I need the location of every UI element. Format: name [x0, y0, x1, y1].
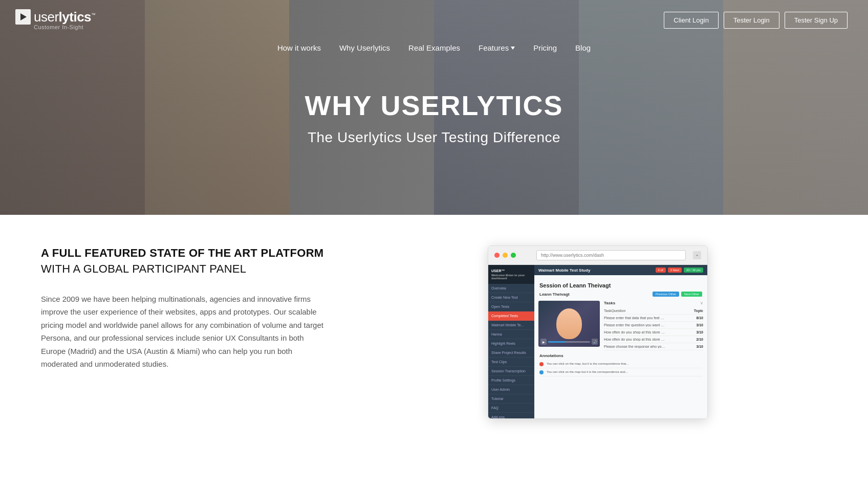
nav-why-userlytics[interactable]: Why Userlytics — [339, 43, 390, 52]
nav-how-it-works[interactable]: How it works — [277, 43, 321, 52]
sidebar-item-create-test[interactable]: Create New Test — [488, 293, 534, 302]
badge-red2: 2 Next — [668, 268, 682, 273]
sidebar-item-test-clips[interactable]: Test Clips — [488, 358, 534, 367]
table-row: Please enter the question you want to as… — [604, 322, 703, 329]
list-item: You can click on the map, but it is the … — [539, 360, 702, 368]
sidebar-item-user-admin[interactable]: User Admin — [488, 385, 534, 394]
session-meta: Leann Theivagt Previous Other Next Other — [538, 292, 703, 297]
nav-links: How it works Why Userlytics Real Example… — [277, 43, 591, 52]
browser-close-icon — [494, 253, 500, 258]
prev-button[interactable]: Previous Other — [653, 292, 679, 297]
study-badges: 4 of 2 Next 20 / 30 pts — [656, 268, 703, 273]
app-main-content: Session of Leann Theivagt Leann Theivagt… — [534, 278, 707, 418]
session-body: ▶ 🔊 Tasks — [538, 301, 703, 350]
sidebar-item-walmart[interactable]: Walmart Mobile Te... — [488, 321, 534, 330]
nav-area: How it works Why Userlytics Real Example… — [0, 0, 868, 52]
hero-subtitle: The Userlytics User Testing Difference — [305, 129, 563, 146]
table-row: TaskQuestion Topic — [604, 307, 703, 315]
annotation-dot-icon — [539, 370, 544, 374]
table-row: Please choose the response who you thoug… — [604, 343, 703, 350]
sidebar-item-open-tests[interactable]: Open Tests — [488, 302, 534, 311]
annotation-dot-icon — [539, 362, 544, 366]
table-row: Please enter that data that you feel you… — [604, 315, 703, 322]
volume-icon[interactable]: 🔊 — [592, 339, 598, 345]
main-content: A FULL FEATURED STATE OF THE ART PLATFOR… — [0, 215, 868, 450]
annotations-section: Annotations You can click on the map, bu… — [538, 353, 703, 376]
tasks-panel: Tasks ∨ TaskQuestion Topic Please enter … — [604, 301, 703, 350]
study-name: Walmart Mobile Test Study — [538, 268, 590, 273]
tasks-title: Tasks — [604, 301, 615, 305]
browser-maximize-icon — [511, 253, 516, 258]
table-row: How often do you shop at this store and … — [604, 336, 703, 343]
badge-green: 20 / 30 pts — [684, 268, 703, 273]
badge-red: 4 of — [656, 268, 666, 273]
sidebar-item-share-results[interactable]: Share Project Results — [488, 348, 534, 358]
sidebar-item-session-transcription[interactable]: Session Transcription — [488, 367, 534, 376]
features-chevron-down-icon — [511, 47, 515, 50]
nav-features[interactable]: Features — [479, 43, 515, 52]
right-column: http://www.userlytics.com/dash + USER™ W… — [368, 246, 827, 419]
browser-actions: + — [693, 251, 701, 259]
video-panel: ▶ 🔊 — [538, 301, 600, 347]
table-row: How often do you shop at this store and … — [604, 329, 703, 336]
tasks-chevron-icon: ∨ — [700, 301, 703, 305]
nav-real-examples[interactable]: Real Examples — [408, 43, 460, 52]
sidebar-item-hanna[interactable]: Hanna — [488, 330, 534, 339]
video-face — [556, 308, 582, 339]
sidebar-item-addons[interactable]: Add-ons — [488, 413, 534, 419]
session-header: Session of Leann Theivagt — [538, 282, 703, 288]
browser-tab-icon: + — [693, 251, 701, 259]
video-controls: ▶ 🔊 — [538, 339, 600, 345]
app-layout: USER™ Welcome Brian to your dashboard Ov… — [488, 265, 707, 418]
browser-url: http://www.userlytics.com/dash — [541, 253, 604, 258]
sidebar-item-profile-settings[interactable]: Profile Settings — [488, 376, 534, 385]
session-actions: Previous Other Next Other — [653, 292, 702, 297]
sidebar-item-tutorial[interactable]: Tutorial — [488, 394, 534, 404]
list-item: You can click on the map but it is the c… — [539, 368, 702, 376]
app-main: Walmart Mobile Test Study 4 of 2 Next 20… — [534, 265, 707, 418]
study-bar: Walmart Mobile Test Study 4 of 2 Next 20… — [534, 265, 707, 275]
sidebar-item-completed-tests[interactable]: Completed Tests — [488, 311, 534, 321]
nav-pricing[interactable]: Pricing — [533, 43, 557, 52]
dashboard-screenshot: http://www.userlytics.com/dash + USER™ W… — [488, 246, 708, 419]
sidebar-item-highlight-reels[interactable]: Highlight Reels — [488, 339, 534, 348]
sidebar-item-overview[interactable]: Overview — [488, 284, 534, 293]
next-button[interactable]: Next Other — [681, 292, 702, 297]
annotations-title: Annotations — [539, 353, 563, 358]
tasks-header: Tasks ∨ — [604, 301, 703, 305]
annotations-header: Annotations — [539, 353, 702, 358]
section-heading: A FULL FEATURED STATE OF THE ART PLATFOR… — [41, 246, 328, 277]
app-sidebar: USER™ Welcome Brian to your dashboard Ov… — [488, 265, 534, 418]
hero-title: WHY USERLYTICS — [305, 90, 563, 121]
progress-bar — [548, 341, 590, 343]
sidebar-item-faq[interactable]: FAQ — [488, 404, 534, 413]
session-user: Leann Theivagt — [539, 292, 570, 297]
browser-address-bar: http://www.userlytics.com/dash — [536, 250, 686, 260]
sidebar-header: USER™ Welcome Brian to your dashboard — [488, 265, 534, 284]
nav-blog[interactable]: Blog — [575, 43, 591, 52]
section-body: Since 2009 we have been helping multinat… — [41, 293, 328, 371]
browser-chrome: http://www.userlytics.com/dash + — [488, 246, 707, 265]
progress-fill — [548, 341, 565, 343]
left-column: A FULL FEATURED STATE OF THE ART PLATFOR… — [41, 246, 328, 371]
hero-content: WHY USERLYTICS The Userlytics User Testi… — [305, 69, 563, 146]
play-button-icon[interactable]: ▶ — [540, 339, 547, 345]
browser-minimize-icon — [503, 253, 508, 258]
